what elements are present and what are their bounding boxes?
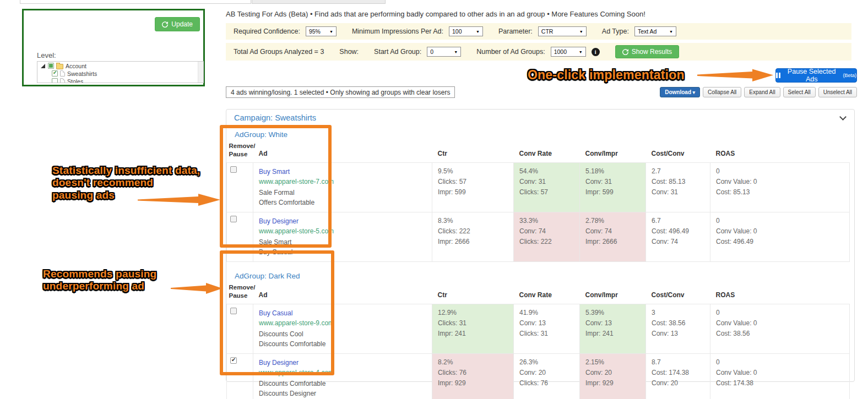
- tree-scrollbar[interactable]: [198, 62, 203, 83]
- tab-strip-left[interactable]: [20, 0, 251, 4]
- annotation-one-click: One-click implementation: [528, 68, 685, 83]
- ad-select-checkbox[interactable]: [230, 308, 237, 314]
- ctr-cell: 12.9%Clicks: 31Impr: 241: [432, 304, 514, 353]
- parameter-select[interactable]: CTR: [538, 26, 587, 36]
- ad-title-link[interactable]: Buy Designer: [259, 217, 426, 225]
- col-ctr-label: Ctr: [432, 282, 514, 304]
- pause-icon: [776, 73, 780, 78]
- annotation-arrow-one-click: [697, 69, 773, 82]
- info-icon[interactable]: [592, 48, 600, 56]
- cost-conv-cell: 6.7Cost: 496.49Conv: 74: [646, 212, 710, 261]
- ad-title-link[interactable]: Buy Designer: [259, 359, 426, 367]
- confidence-label: Required Confidence:: [234, 28, 300, 35]
- account-tree: Account Sweatshirts Stoles: [37, 61, 204, 83]
- adgroup-title: AdGroup: Dark Red: [226, 267, 854, 282]
- campaign-panel: Campaign: Sweatshirts AdGroup: White Rem…: [226, 109, 855, 382]
- update-button[interactable]: Update: [155, 17, 200, 31]
- ad-description: Buy Casual: [259, 247, 426, 257]
- level-label: Level:: [37, 51, 56, 59]
- unselect-all-button[interactable]: Unselect All: [818, 87, 857, 97]
- ad-description: Discounts Comfortable: [259, 339, 426, 349]
- conv-rate-cell: 33.3%Conv: 74Clicks: 222: [514, 212, 580, 261]
- tree-item-sweatshirts[interactable]: Sweatshirts: [52, 70, 203, 77]
- ad-select-checkbox[interactable]: [230, 166, 237, 173]
- refresh-icon: [622, 49, 628, 55]
- ad-row-buy-casual: Buy Casual www.apparel-store-9.com Disco…: [227, 304, 850, 353]
- show-results-button[interactable]: Show Results: [615, 45, 679, 58]
- folder-icon: [56, 64, 63, 69]
- tab-strip-right[interactable]: [252, 0, 386, 4]
- ad-row-buy-designer-white: Buy Designer www.apparel-store-5.com Sal…: [227, 212, 850, 261]
- num-adgroups-select[interactable]: 1000: [551, 47, 586, 57]
- annotation-insufficient-data: Statistically insufficient data, doesn't…: [52, 165, 200, 201]
- conv-impr-cell: 2.15%Conv: 20Impr: 929: [580, 353, 646, 399]
- confidence-select[interactable]: 95%: [306, 26, 337, 36]
- tree-item-account[interactable]: Account: [41, 62, 203, 69]
- ctr-cell: 8.3%Clicks: 222Impr: 2666: [432, 212, 514, 261]
- select-all-button[interactable]: Select All: [783, 87, 816, 97]
- update-button-label: Update: [171, 20, 193, 28]
- ad-display-url: www.apparel-store-4.com: [259, 369, 426, 376]
- ad-cell: Buy Casual www.apparel-store-9.com Disco…: [253, 304, 432, 353]
- col-costconv-label: Cost/Conv: [646, 141, 710, 162]
- pause-selected-ads-button[interactable]: Pause Selected Ads (Beta): [775, 68, 857, 83]
- ad-display-url: www.apparel-store-9.com: [259, 319, 426, 327]
- expand-all-button[interactable]: Expand All: [744, 87, 780, 97]
- ad-title-link[interactable]: Buy Casual: [259, 309, 426, 317]
- ctr-cell: 9.5%Clicks: 57Impr: 599: [432, 162, 514, 212]
- ctr-cell: 8.2%Clicks: 76Impr: 929: [432, 353, 514, 399]
- file-icon: [60, 70, 65, 76]
- roas-cell: 0Conv Value: 0Cost: 85.13: [710, 162, 850, 212]
- adgroup-darkred-section: AdGroup: Dark Red Remove/Pause Ad Ctr Co…: [226, 267, 854, 399]
- tree-expander-icon[interactable]: [41, 64, 45, 68]
- ads-table-white: Remove/Pause Ad Ctr Conv Rate Conv/Impr …: [226, 141, 850, 262]
- ad-description: Sale Formal: [259, 188, 426, 198]
- parameter-label: Parameter:: [498, 28, 533, 35]
- adgroup-white-section: AdGroup: White Remove/Pause Ad Ctr Conv …: [226, 126, 854, 262]
- pause-button-beta-tag: (Beta): [843, 73, 856, 78]
- adgroup-title: AdGroup: White: [226, 126, 854, 141]
- start-adgroup-select[interactable]: 0: [427, 47, 461, 57]
- show-results-label: Show Results: [632, 48, 672, 56]
- ad-description: Discounts Designer: [259, 389, 426, 398]
- conv-impr-cell: 5.39%Conv: 13Impr: 241: [580, 304, 646, 353]
- annotation-arrow-recommends: [171, 282, 223, 294]
- chevron-down-icon[interactable]: [839, 113, 847, 121]
- total-adgroups-text: Total Ad Groups Analyzed = 3: [234, 48, 324, 56]
- ads-table-header-row: Remove/Pause Ad Ctr Conv Rate Conv/Impr …: [227, 141, 850, 162]
- file-icon: [60, 78, 65, 83]
- refresh-icon: [162, 21, 168, 28]
- col-convimpr-label: Conv/Impr: [580, 141, 646, 162]
- account-checkbox[interactable]: [48, 63, 54, 69]
- start-adgroup-label: Start Ad Group:: [374, 48, 421, 56]
- ad-title-link[interactable]: Buy Smart: [259, 168, 426, 176]
- show-label: Show:: [339, 48, 359, 56]
- tree-item-stoles[interactable]: Stoles: [52, 78, 203, 83]
- sweatshirts-checkbox[interactable]: [52, 70, 58, 76]
- cost-conv-cell: 8.7Cost: 174.38Conv: 20: [646, 353, 710, 399]
- col-roas-label: ROAS: [710, 141, 850, 162]
- filter-bar-results: Total Ad Groups Analyzed = 3 Show: Start…: [226, 43, 851, 61]
- collapse-all-button[interactable]: Collapse All: [703, 87, 741, 97]
- campaign-header[interactable]: Campaign: Sweatshirts: [226, 110, 854, 126]
- col-costconv-label: Cost/Conv: [646, 282, 710, 304]
- roas-cell: 0Conv Value: 0Cost: 174.38: [710, 353, 850, 399]
- ab-testing-page: Update Level: Account Sweatshirts Stoles: [0, 0, 868, 399]
- col-roas-label: ROAS: [710, 282, 850, 304]
- impressions-select[interactable]: 100: [449, 26, 483, 36]
- ad-cell: Buy Designer www.apparel-store-5.com Sal…: [253, 212, 432, 261]
- table-toolbar: Download Collapse All Expand All Select …: [660, 87, 857, 97]
- ad-select-checkbox[interactable]: [230, 216, 237, 222]
- level-selector-panel: Update Level: Account Sweatshirts Stoles: [22, 9, 205, 86]
- filter-bar-settings: Required Confidence: 95% Minimum Impress…: [226, 23, 851, 40]
- adtype-select[interactable]: Text Ad: [634, 26, 676, 36]
- col-ctr-label: Ctr: [432, 141, 514, 162]
- col-ad-label: Ad: [253, 141, 432, 162]
- ad-select-checkbox[interactable]: [230, 357, 237, 364]
- stoles-checkbox[interactable]: [52, 78, 58, 83]
- adtype-label: Ad Type:: [602, 28, 629, 35]
- roas-cell: 0Conv Value: 0Cost: 496.49: [710, 212, 850, 261]
- page-title: AB Testing For Ads (Beta) • Find ads tha…: [226, 10, 645, 18]
- ad-display-url: www.apparel-store-5.com: [259, 227, 426, 235]
- download-button[interactable]: Download: [660, 87, 700, 97]
